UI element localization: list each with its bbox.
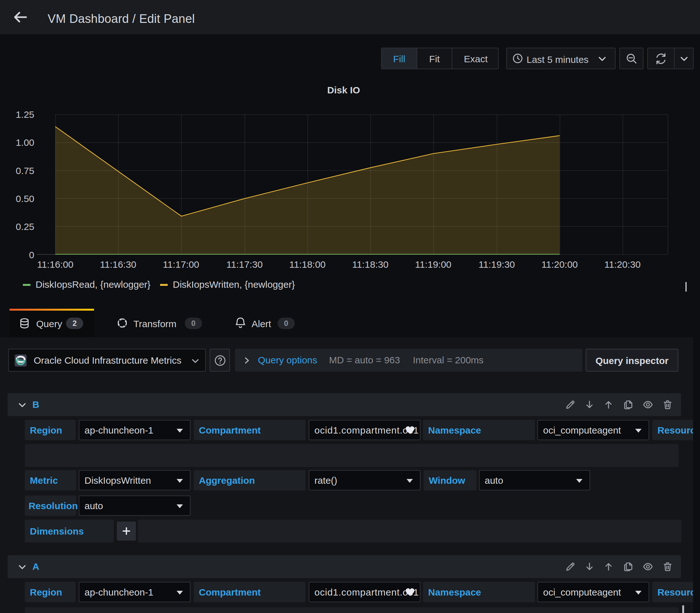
svg-text:11:18:30: 11:18:30: [352, 259, 389, 270]
svg-text:11:19:00: 11:19:00: [415, 259, 452, 270]
svg-text:1.25: 1.25: [16, 109, 34, 120]
svg-text:11:18:00: 11:18:00: [289, 259, 326, 270]
svg-text:11:17:30: 11:17:30: [226, 259, 263, 270]
svg-text:11:16:30: 11:16:30: [100, 259, 137, 270]
svg-text:11:16:00: 11:16:00: [37, 259, 74, 270]
svg-text:1.00: 1.00: [16, 137, 34, 148]
svg-text:11:17:00: 11:17:00: [163, 259, 199, 270]
svg-text:11:19:30: 11:19:30: [479, 259, 515, 270]
svg-text:0.50: 0.50: [16, 193, 34, 204]
svg-text:0.25: 0.25: [16, 221, 34, 232]
svg-text:0.75: 0.75: [16, 166, 34, 176]
svg-text:11:20:30: 11:20:30: [605, 259, 641, 270]
svg-text:11:20:00: 11:20:00: [542, 259, 578, 270]
svg-text:0: 0: [29, 250, 34, 260]
